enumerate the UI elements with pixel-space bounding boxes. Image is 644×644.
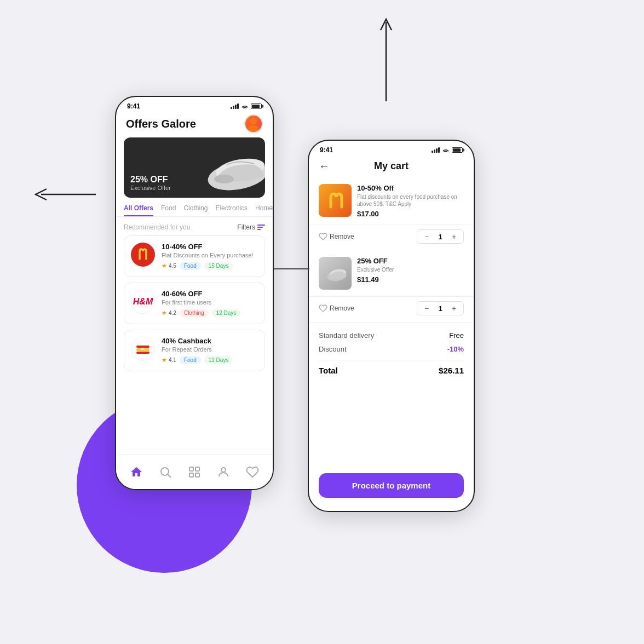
offer-card-mcdonalds[interactable]: 10-40% OFF Flat Discounts on Every purch… [124, 235, 265, 277]
qty-control-2: − 1 + [417, 301, 464, 315]
nav-search[interactable] [159, 465, 172, 479]
svg-rect-17 [196, 473, 199, 477]
cart-item-1: 10-50% Off Flat discounts on every food … [309, 177, 474, 225]
cart-title: My cart [374, 160, 409, 172]
rating-value-1: 4.5 [169, 263, 176, 269]
heart-cart-icon-2 [319, 304, 327, 313]
discount-value: -10% [447, 345, 464, 353]
offer-info-bk: 40% Cashback For Repeat Orders ★ 4.1 Foo… [162, 337, 258, 364]
time-right: 9:41 [320, 146, 333, 154]
burgerking-icon: BK [132, 338, 154, 360]
remove-label-2: Remove [330, 304, 354, 312]
proceed-to-payment-button[interactable]: Proceed to payment [319, 473, 464, 498]
cart-item-2-actions: Remove − 1 + [309, 297, 474, 322]
cart-item-1-info: 10-50% Off Flat discounts on every food … [357, 184, 464, 218]
qty-increase-2[interactable]: + [449, 303, 459, 313]
tag-days-3: 11 Days [204, 356, 233, 364]
arrow-left-icon [33, 186, 99, 203]
burgerking-logo: BK [131, 337, 155, 361]
shoe-cart-icon [321, 262, 349, 284]
nav-home[interactable] [130, 465, 143, 479]
filters-label: Filters [237, 223, 255, 231]
tab-clothing[interactable]: Clothing [183, 204, 208, 216]
cart-item-1-title: 10-50% Off [357, 184, 464, 192]
cart-item-1-desc: Flat discounts on every food purchase on… [357, 193, 464, 208]
hero-banner: 25% OFF Exclusive Offer [124, 137, 265, 198]
hm-logo: H&M [131, 290, 155, 314]
status-icons-left [231, 104, 262, 110]
offer-tags-2: ★ 4.2 Clothing 12 Days [162, 309, 258, 317]
avatar[interactable] [244, 114, 263, 133]
total-label: Total [319, 366, 338, 375]
svg-rect-10 [136, 352, 150, 354]
payment-button-container: Proceed to payment [319, 473, 464, 498]
cart-item-2-price: $11.49 [357, 275, 464, 284]
battery-icon [251, 104, 262, 109]
back-button[interactable]: ← [319, 160, 330, 173]
home-icon [130, 465, 143, 479]
qty-value-2: 1 [436, 304, 445, 313]
tab-all-offers[interactable]: All Offers [124, 204, 153, 216]
summary-delivery-row: Standard delivery Free [319, 331, 464, 340]
cart-item-2-desc: Exclusive Offer [357, 266, 464, 273]
mcdonalds-icon [135, 247, 151, 262]
status-bar-right: 9:41 [309, 141, 474, 156]
qty-decrease-1[interactable]: − [422, 232, 432, 242]
nav-user[interactable] [217, 465, 230, 479]
wishlist-button-2[interactable]: Remove [319, 304, 354, 313]
wifi-right-icon [442, 147, 450, 153]
cart-item-1-image [319, 184, 352, 217]
heart-cart-icon-1 [319, 232, 327, 241]
offer-info-hm: 40-60% OFF For first time users ★ 4.2 Cl… [162, 290, 258, 317]
svg-point-18 [221, 468, 226, 472]
offer-card-burgerking[interactable]: BK 40% Cashback For Repeat Orders ★ 4.1 … [124, 330, 265, 371]
hero-shoe-image [183, 137, 265, 198]
qty-increase-1[interactable]: + [449, 232, 459, 242]
wishlist-button-1[interactable]: Remove [319, 232, 354, 241]
offer-desc-2: For first time users [162, 299, 258, 306]
status-icons-right [432, 147, 463, 153]
qty-control-1: − 1 + [417, 229, 464, 244]
tag-days-2: 12 Days [212, 309, 241, 317]
app-title: Offers Galore [126, 118, 196, 130]
user-icon [217, 465, 230, 479]
tag-food-3: Food [180, 356, 201, 364]
nav-grid[interactable] [188, 465, 201, 479]
star-icon: ★ [162, 262, 167, 269]
offer-tags-1: ★ 4.5 Food 15 Days [162, 262, 258, 270]
cart-item-2-title: 25% OFF [357, 257, 464, 265]
svg-line-13 [168, 474, 171, 478]
category-tabs: All Offers Food Clothing Electronics Hom… [116, 204, 273, 217]
connector-line [274, 268, 309, 269]
order-summary: Standard delivery Free Discount -10% Tot… [309, 322, 474, 384]
star-icon-3: ★ [162, 357, 167, 364]
offer-card-hm[interactable]: H&M 40-60% OFF For first time users ★ 4.… [124, 283, 265, 324]
nav-heart[interactable] [246, 465, 259, 479]
qty-decrease-2[interactable]: − [422, 303, 432, 313]
svg-rect-15 [196, 467, 199, 471]
cart-item-2: 25% OFF Exclusive Offer $11.49 [309, 250, 474, 297]
tab-electronics[interactable]: Electronics [215, 204, 248, 216]
delivery-label: Standard delivery [319, 331, 374, 340]
svg-point-3 [248, 125, 258, 132]
signal-bars-right-icon [432, 147, 440, 153]
offer-info-mcdonalds: 10-40% OFF Flat Discounts on Every purch… [162, 243, 258, 270]
filters-button[interactable]: Filters [237, 223, 265, 231]
summary-discount-row: Discount -10% [319, 345, 464, 353]
cart-item-2-info: 25% OFF Exclusive Offer $11.49 [357, 257, 464, 284]
filter-lines-icon [257, 225, 265, 230]
delivery-value: Free [449, 331, 464, 340]
status-bar-left: 9:41 [116, 97, 273, 112]
cart-item-2-image [319, 257, 352, 290]
battery-right-icon [452, 147, 463, 153]
svg-text:BK: BK [141, 347, 145, 350]
tab-food[interactable]: Food [161, 204, 176, 216]
heart-icon [246, 465, 259, 479]
phone-right: 9:41 ← My cart [308, 140, 475, 512]
app-header: Offers Galore [116, 112, 273, 137]
phone-left: 9:41 Offers Galore [115, 96, 274, 490]
mcd-cart-icon [324, 189, 346, 211]
svg-point-2 [250, 118, 257, 124]
tab-home[interactable]: Home [255, 204, 273, 216]
svg-rect-14 [189, 467, 193, 471]
